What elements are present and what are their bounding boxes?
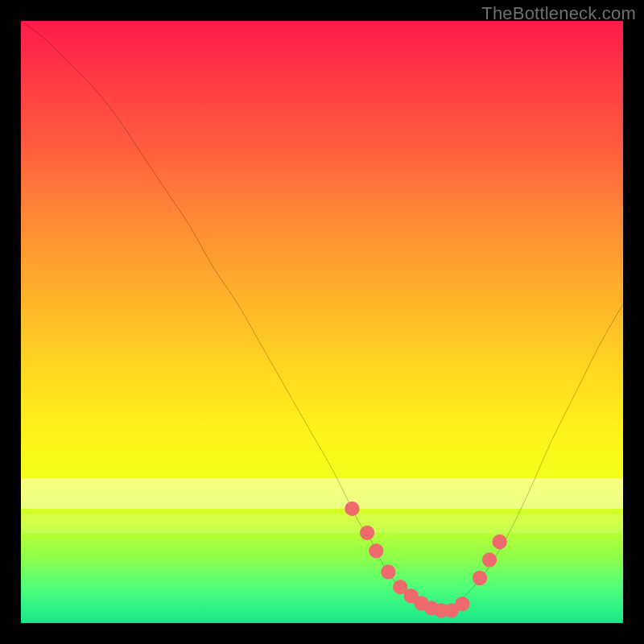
- marker-dot: [493, 535, 506, 548]
- chart-frame: TheBottleneck.com: [0, 0, 644, 644]
- marker-dot: [456, 597, 469, 610]
- bottleneck-curve: [21, 21, 623, 612]
- marker-dot: [473, 571, 486, 584]
- watermark-text: TheBottleneck.com: [481, 3, 636, 24]
- marker-dot: [382, 565, 395, 579]
- curve-path: [21, 21, 623, 612]
- curve-svg: [21, 21, 623, 623]
- marker-dot: [345, 502, 359, 515]
- marker-dot: [360, 526, 374, 539]
- plot-area: [21, 21, 623, 623]
- marker-dot: [482, 553, 496, 567]
- marker-dot: [369, 544, 383, 558]
- marker-group: [345, 502, 506, 617]
